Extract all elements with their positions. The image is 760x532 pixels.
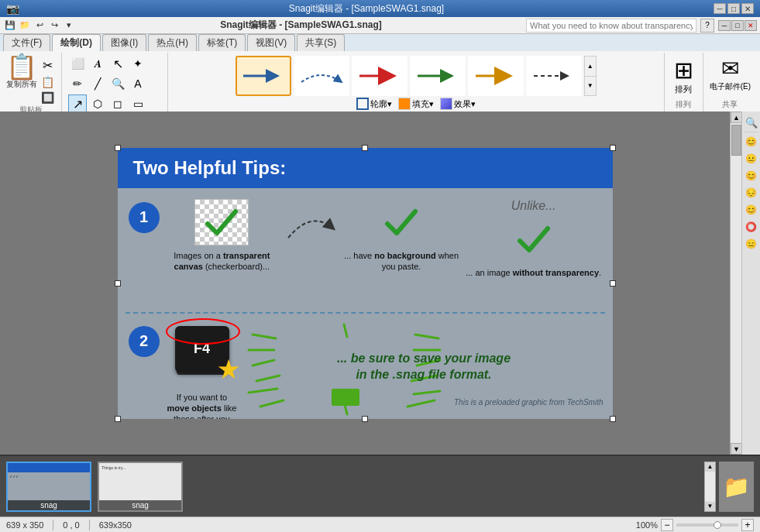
zoom-slider-thumb[interactable]: [714, 521, 721, 529]
handle-top-left[interactable]: [115, 145, 121, 151]
infographic-header: Two Helpful Tips:: [118, 148, 613, 188]
zoom-tool-btn[interactable]: 🔍: [108, 74, 127, 93]
handle-bottom-left[interactable]: [115, 416, 121, 422]
redo-quick-btn[interactable]: ↪: [47, 19, 61, 33]
canvas-area: Two Helpful Tips: 1 Images on a transpar…: [0, 112, 730, 455]
zoom-slider[interactable]: [676, 523, 738, 527]
scroll-up-btn[interactable]: ▲: [731, 112, 742, 123]
line-tool-btn[interactable]: ╱: [88, 74, 107, 93]
side-btn-3[interactable]: 😊: [744, 168, 759, 184]
ribbon-restore-btn[interactable]: □: [731, 20, 744, 31]
outline-btn[interactable]: 轮廓▾: [370, 98, 392, 110]
tab-view[interactable]: 视图(V): [247, 34, 295, 51]
paste-all-button[interactable]: 📋 复制所有: [6, 54, 37, 90]
tab-tags[interactable]: 标签(T): [198, 34, 246, 51]
style-item-6[interactable]: [526, 56, 582, 96]
thumbnail-2[interactable]: Things to try... snag: [98, 462, 183, 512]
ribbon: 文件(F) 绘制(D) 图像(I) 热点(H) 标签(T) 视图(V) 共享(S…: [0, 34, 760, 112]
scroll-track: [731, 123, 741, 443]
svg-line-10: [260, 400, 284, 407]
share-group: ✉ 电子邮件(E) 共享: [703, 53, 757, 112]
tip1-number: 1: [129, 202, 160, 233]
tab-hotspot[interactable]: 热点(H): [148, 34, 197, 51]
handle-top-right[interactable]: [610, 145, 616, 151]
ribbon-minimize-btn[interactable]: ─: [718, 20, 731, 31]
svg-line-7: [253, 360, 274, 366]
copy-button[interactable]: 📋: [40, 75, 55, 89]
side-btn-6[interactable]: ⭕: [744, 219, 759, 235]
folder-btn[interactable]: 📁: [719, 462, 754, 512]
email-button[interactable]: ✉ 电子邮件(E): [710, 56, 751, 92]
zoom-controls: 100% − +: [636, 519, 754, 531]
svg-line-11: [415, 335, 438, 338]
canvas-wrapper: Two Helpful Tips: 1 Images on a transpar…: [118, 148, 613, 419]
ribbon-tab-row: 文件(F) 绘制(D) 图像(I) 热点(H) 标签(T) 视图(V) 共享(S…: [0, 34, 760, 51]
text-A-btn[interactable]: A: [129, 74, 147, 93]
thumb-scroll-down[interactable]: ▼: [705, 502, 715, 511]
shape-tool-btn[interactable]: ⬡: [88, 94, 107, 113]
side-btn-7[interactable]: 😑: [744, 236, 759, 252]
svg-line-8: [256, 376, 280, 381]
side-btn-5[interactable]: 😊: [744, 202, 759, 218]
thumb-scroll-up[interactable]: ▲: [705, 462, 715, 472]
cut-button[interactable]: ✂: [40, 57, 55, 74]
undo-quick-btn[interactable]: ↩: [33, 19, 46, 33]
tip1-col1-text: Images on a transparent canvas (checkerb…: [164, 250, 280, 273]
tip1-col3-text: ... an image without transparency.: [466, 267, 601, 278]
zoom-minus-btn[interactable]: −: [661, 519, 673, 531]
side-btn-1[interactable]: 😊: [744, 134, 759, 149]
thumb1-body: ✓✓✓: [8, 472, 90, 480]
style-scroll[interactable]: ▲ ▼: [584, 56, 597, 96]
handle-bottom[interactable]: [362, 416, 368, 422]
active-arrow-btn[interactable]: ↗: [68, 94, 87, 113]
select-tool-btn[interactable]: ⬜: [68, 54, 87, 73]
thumb2-body: Things to try...: [99, 463, 181, 472]
more-quick-btn[interactable]: ▾: [62, 19, 76, 33]
thumbnail-1[interactable]: ✓✓✓ snag: [6, 462, 91, 512]
search-help-btn[interactable]: ?: [700, 19, 714, 33]
handle-bottom-right[interactable]: [610, 416, 616, 422]
search-input[interactable]: [526, 19, 696, 33]
text-tool-btn[interactable]: 𝑨: [88, 54, 107, 73]
maximize-button[interactable]: □: [727, 3, 740, 14]
style-item-1[interactable]: [236, 56, 291, 96]
arrange-button[interactable]: ⊞ 排列: [674, 53, 693, 99]
status-bar: 639 x 350 0 , 0 639x350 100% − +: [0, 517, 760, 532]
side-separator-1: [745, 132, 758, 132]
close-button[interactable]: ✕: [741, 3, 754, 14]
svg-line-9: [249, 389, 277, 393]
effect-section: 效果▾: [440, 98, 476, 110]
side-btn-4[interactable]: 😔: [744, 185, 759, 201]
handle-mid-right[interactable]: [610, 280, 616, 287]
handle-top[interactable]: [362, 145, 368, 151]
side-search-btn[interactable]: 🔍: [744, 115, 759, 130]
scroll-thumb[interactable]: [731, 125, 741, 156]
app-close-btn[interactable]: ✕: [745, 20, 757, 31]
arrow-select-btn[interactable]: ↖: [108, 54, 127, 73]
style-item-5[interactable]: [468, 56, 524, 96]
handle-mid-left[interactable]: [115, 280, 121, 287]
minimize-button[interactable]: ─: [714, 3, 726, 14]
style-item-3[interactable]: [352, 56, 408, 96]
save-quick-btn[interactable]: 💾: [3, 19, 17, 33]
side-btn-2[interactable]: 😐: [744, 151, 759, 166]
tab-file[interactable]: 文件(F): [3, 34, 50, 51]
fill-tool-btn[interactable]: ▭: [129, 94, 147, 113]
pencil-tool-btn[interactable]: ✏: [68, 74, 87, 93]
clipboard-btn3[interactable]: 🔲: [40, 91, 55, 105]
tab-image[interactable]: 图像(I): [102, 34, 146, 51]
vertical-scrollbar: ▲ ▼: [730, 112, 741, 455]
scroll-down-btn[interactable]: ▼: [731, 443, 742, 455]
fill-swatch: [398, 98, 411, 110]
style-item-4[interactable]: [410, 56, 466, 96]
tab-share[interactable]: 共享(S): [297, 34, 345, 51]
zoom-plus-btn[interactable]: +: [741, 519, 754, 531]
eraser-btn[interactable]: ◻: [108, 94, 127, 113]
fill-btn[interactable]: 填充▾: [412, 98, 434, 110]
app-title-bar: Snagit编辑器 - [SampleSWAG1.snag]: [77, 19, 525, 32]
star-tool-btn[interactable]: ✦: [129, 54, 147, 73]
open-quick-btn[interactable]: 📁: [18, 19, 32, 33]
style-item-2[interactable]: [294, 56, 349, 96]
effect-btn[interactable]: 效果▾: [454, 98, 476, 110]
tab-draw[interactable]: 绘制(D): [52, 34, 101, 51]
